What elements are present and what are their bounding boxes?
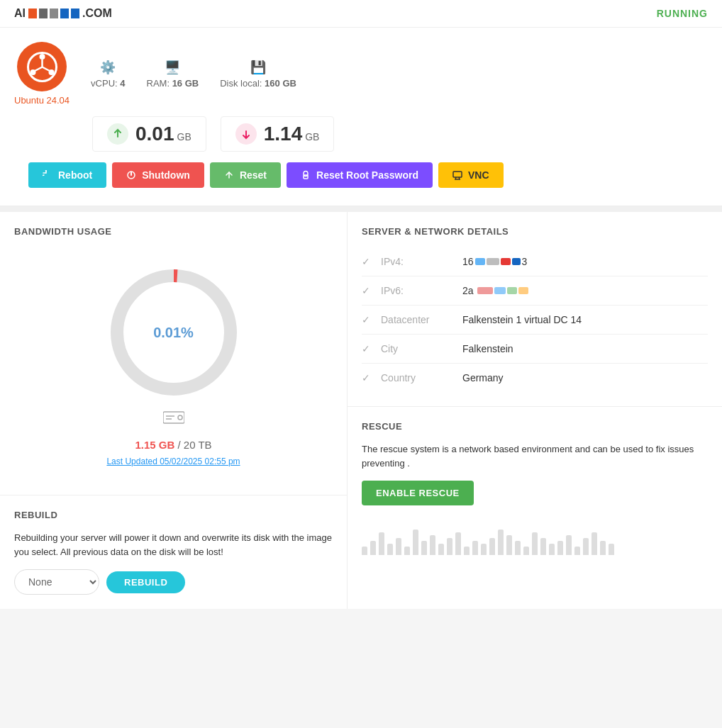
country-value: Germany	[462, 372, 504, 383]
download-unit: GB	[305, 131, 319, 142]
disk-icon: 💾	[250, 60, 266, 75]
ram-label: RAM: 16 GB	[147, 78, 199, 89]
os-section: Ubuntu 24.04	[14, 42, 70, 106]
chart-bar	[532, 532, 538, 555]
donut-container: 0.01% 1.15 GB / 20 TB Last Updated 05/02…	[14, 247, 333, 481]
network-row-datacenter: ✓ Datacenter Falkenstein 1 virtual DC 14	[362, 306, 708, 335]
traffic-section: 0.01 GB 1.14 GB	[92, 116, 708, 152]
rebuild-title: REBUILD	[14, 510, 333, 520]
header: AI .COM RUNNING	[0, 0, 722, 28]
chart-bar	[574, 547, 580, 555]
network-title: SERVER & NETWORK DETAILS	[362, 226, 708, 237]
disk-label: Disk local: 160 GB	[220, 78, 296, 89]
network-row-country: ✓ Country Germany	[362, 364, 708, 392]
vcpu-icon: ⚙️	[100, 60, 116, 75]
vcpu-spec: ⚙️ vCPU: 4	[91, 60, 125, 89]
chart-bar	[566, 535, 572, 555]
chart-bar	[515, 541, 521, 555]
chart-bar	[455, 532, 461, 555]
rebuild-controls: None REBUILD	[14, 569, 333, 595]
chart-bar	[489, 538, 495, 555]
reset-password-button[interactable]: Reset Root Password	[287, 162, 433, 188]
chart-bar	[472, 541, 478, 555]
ipv4-value: 16 3	[462, 256, 527, 267]
rebuild-button[interactable]: REBUILD	[106, 571, 185, 593]
vnc-label: VNC	[468, 169, 489, 181]
logo-block-1	[28, 9, 37, 18]
chart-bar	[609, 544, 614, 555]
chart-bar	[583, 538, 589, 555]
chart-bar	[557, 541, 563, 555]
rebuild-select[interactable]: None	[14, 569, 99, 595]
chart-bar	[592, 532, 597, 555]
logo-text: AI	[14, 7, 26, 20]
check-icon-datacenter: ✓	[362, 314, 370, 325]
datacenter-value: Falkenstein 1 virtual DC 14	[462, 314, 582, 325]
bandwidth-drive-icon	[163, 410, 184, 428]
upload-icon	[107, 123, 128, 145]
ram-spec: 🖥️ RAM: 16 GB	[147, 60, 199, 89]
reboot-button[interactable]: Reboot	[28, 162, 106, 188]
chart-bar	[506, 535, 512, 555]
check-icon-ipv6: ✓	[362, 285, 370, 296]
last-updated[interactable]: Last Updated 05/02/2025 02:55 pm	[106, 457, 240, 466]
status-badge: RUNNING	[657, 8, 708, 19]
reboot-label: Reboot	[58, 169, 92, 181]
right-panel: SERVER & NETWORK DETAILS ✓ IPv4: 16 3 ✓ …	[348, 212, 722, 609]
chart-bar	[600, 541, 606, 555]
city-value: Falkenstein	[462, 343, 513, 354]
rescue-description: The rescue system is a network based env…	[362, 442, 708, 470]
chart-bar	[523, 547, 529, 555]
server-info-top: Ubuntu 24.04 ⚙️ vCPU: 4 🖥️ RAM: 16 GB 💾 …	[14, 42, 708, 106]
usage-used: 1.15 GB	[135, 439, 174, 451]
datacenter-key: Datacenter	[381, 314, 452, 325]
download-icon	[235, 123, 257, 145]
reset-label: Reset	[240, 169, 267, 181]
rescue-section: RESCUE The rescue system is a network ba…	[348, 407, 722, 520]
city-key: City	[381, 343, 452, 354]
logo-block-5	[71, 9, 79, 18]
chart-bar	[421, 541, 427, 555]
rebuild-section: REBUILD Rebuilding your server will powe…	[0, 495, 347, 609]
logo: AI .COM	[14, 7, 112, 20]
chart-bar	[481, 544, 487, 555]
reset-button[interactable]: Reset	[210, 162, 281, 188]
logo-block-4	[60, 9, 69, 18]
network-row-city: ✓ City Falkenstein	[362, 335, 708, 364]
server-info: Ubuntu 24.04 ⚙️ vCPU: 4 🖥️ RAM: 16 GB 💾 …	[0, 28, 722, 206]
check-icon-country: ✓	[362, 372, 370, 383]
ipv4-key: IPv4:	[381, 256, 452, 267]
logo-blocks	[28, 9, 79, 18]
vnc-button[interactable]: VNC	[438, 162, 504, 188]
upload-value: 0.01	[135, 123, 174, 145]
svg-rect-8	[304, 175, 308, 179]
network-section: SERVER & NETWORK DETAILS ✓ IPv4: 16 3 ✓ …	[348, 212, 722, 407]
usage-text: 1.15 GB / 20 TB	[135, 439, 211, 451]
logo-suffix: .COM	[82, 7, 112, 20]
chart-bar	[396, 538, 401, 555]
shutdown-label: Shutdown	[142, 169, 190, 181]
chart-bar	[413, 530, 418, 555]
donut-percentage: 0.01%	[153, 325, 194, 341]
network-row-ipv6: ✓ IPv6: 2a	[362, 276, 708, 306]
bandwidth-title: BANDWIDTH USAGE	[14, 226, 333, 237]
country-key: Country	[381, 372, 452, 383]
main-content: BANDWIDTH USAGE 0.01% 1.15 GB / 20 TB L	[0, 212, 722, 609]
check-icon-ipv4: ✓	[362, 256, 370, 267]
usage-total: / 20 TB	[177, 439, 211, 451]
download-value-group: 1.14 GB	[264, 123, 320, 145]
chart-bar	[379, 532, 384, 555]
enable-rescue-button[interactable]: ENABLE RESCUE	[362, 481, 474, 505]
chart-bar	[362, 547, 367, 555]
disk-spec: 💾 Disk local: 160 GB	[220, 60, 296, 89]
chart-bar	[464, 547, 470, 555]
chart-bar	[370, 541, 376, 555]
upload-unit: GB	[177, 131, 191, 142]
logo-block-2	[39, 9, 48, 18]
download-box: 1.14 GB	[221, 116, 335, 152]
shutdown-button[interactable]: Shutdown	[112, 162, 204, 188]
ubuntu-icon	[17, 42, 67, 91]
svg-rect-15	[163, 412, 184, 423]
bandwidth-section: BANDWIDTH USAGE 0.01% 1.15 GB / 20 TB L	[0, 212, 347, 495]
vcpu-label: vCPU: 4	[91, 78, 125, 89]
